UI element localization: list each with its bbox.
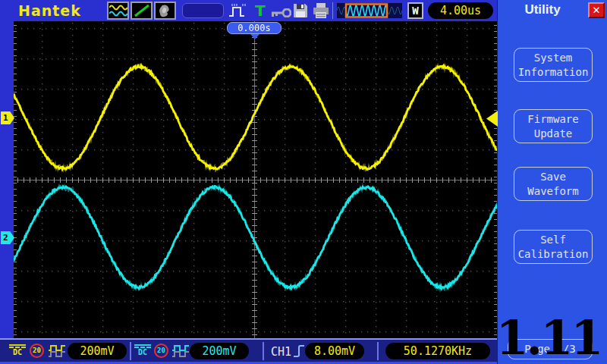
- trigger-status-indicator: T: [255, 2, 266, 20]
- keylock-icon: [270, 6, 291, 20]
- ch2-squarewave-icon: [171, 344, 190, 361]
- ch1-coupling-icon: DC: [9, 344, 26, 356]
- timebase-readout: 4.00us: [428, 2, 493, 19]
- hantek-logo: Hantek: [18, 2, 81, 19]
- page-button[interactable]: Page 1/3: [508, 339, 593, 359]
- trigger-slope-icon: [293, 344, 305, 361]
- toolbar-divider: [332, 2, 333, 19]
- oscilloscope-screen: Hantek T: [0, 0, 607, 364]
- trigger-position-marker[interactable]: 0.000s: [227, 22, 281, 34]
- save-floppy-icon[interactable]: [292, 2, 309, 22]
- statusbar-divider: [263, 342, 264, 360]
- cursor-line-icon[interactable]: [131, 2, 153, 20]
- ch2-bandwidth-icon: 20: [154, 344, 168, 358]
- save-waveform-button[interactable]: Save Waveform: [514, 167, 593, 201]
- waveform-canvas: [14, 21, 497, 338]
- ch2-scale-readout: 200mV: [190, 343, 249, 359]
- trigger-pulse-icon: [228, 3, 250, 21]
- firmware-update-button[interactable]: Firmware Update: [514, 109, 593, 143]
- frequency-readout: 50.1270KHz: [385, 343, 490, 359]
- self-calibration-button[interactable]: Self Calibration: [514, 230, 593, 264]
- scope-display: 0.000s: [14, 21, 497, 338]
- statusbar-divider: [377, 342, 379, 360]
- window-mode-indicator: W: [407, 2, 423, 19]
- waveform-preview-strip[interactable]: [337, 3, 402, 18]
- ch2-coupling-icon: DC: [134, 344, 151, 356]
- channels-waveform-icon[interactable]: [107, 2, 129, 20]
- top-toolbar: Hantek T: [0, 0, 497, 21]
- utility-menu-panel: Utility ✕ System Information Firmware Up…: [497, 0, 607, 364]
- hand-probe-icon[interactable]: [154, 2, 176, 20]
- close-button[interactable]: ✕: [588, 2, 605, 18]
- empty-indicator-slot: [182, 3, 224, 18]
- panel-title: Utility: [498, 2, 587, 17]
- ch1-bandwidth-icon: 20: [30, 344, 44, 358]
- statusbar-divider: [130, 342, 131, 360]
- ch1-scale-readout: 200mV: [68, 343, 127, 359]
- trigger-source-label: CH1: [271, 345, 291, 359]
- ch1-squarewave-icon: [48, 344, 66, 361]
- system-information-button[interactable]: System Information: [514, 48, 593, 82]
- ch2-level-flag[interactable]: 2: [1, 231, 14, 244]
- status-bar: DC 20 200mV DC 20 200mV CH1: [0, 338, 497, 364]
- print-icon[interactable]: [312, 2, 330, 22]
- trigger-level-readout: 8.00mV: [305, 343, 364, 359]
- ch1-level-flag[interactable]: 1: [1, 111, 14, 124]
